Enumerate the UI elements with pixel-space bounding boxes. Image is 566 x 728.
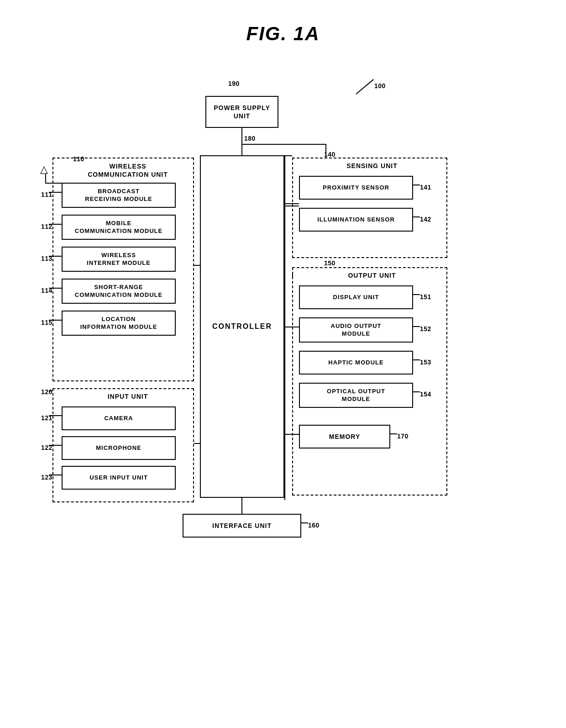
sensing-unit-label: SENSING UNIT: [301, 162, 443, 169]
interface-box: INTERFACE UNIT: [183, 514, 301, 538]
antenna-icon: △: [40, 164, 48, 175]
audio-output-box: AUDIO OUTPUTMODULE: [299, 317, 413, 343]
proximity-box: PROXIMITY SENSOR: [299, 176, 413, 200]
label-110: 110: [73, 155, 84, 163]
illumination-box: ILLUMINATION SENSOR: [299, 208, 413, 232]
label-190: 190: [228, 80, 240, 87]
label-153: 153: [420, 359, 431, 366]
label-141: 141: [420, 184, 431, 191]
label-120: 120: [41, 388, 52, 396]
label-154: 154: [420, 390, 431, 398]
power-supply-box: POWER SUPPLYUNIT: [205, 96, 278, 128]
label-170: 170: [397, 433, 409, 440]
page-title: FIG. 1A: [0, 0, 566, 45]
mobile-comm-box: MOBILECOMMUNICATION MODULE: [62, 215, 176, 240]
output-unit-label: OUTPUT UNIT: [301, 272, 443, 279]
microphone-box: MICROPHONE: [62, 436, 176, 460]
line-ctrl-to-interface: [241, 498, 242, 514]
optical-output-box: OPTICAL OUTPUTMODULE: [299, 383, 413, 408]
camera-box: CAMERA: [62, 406, 176, 430]
label-180: 180: [244, 135, 256, 142]
input-unit-label: INPUT UNIT: [68, 393, 187, 400]
line-input-to-ctrl: [194, 443, 200, 444]
controller-box: CONTROLLER: [200, 155, 284, 498]
vline-output-connect: [292, 272, 293, 279]
label-100: 100: [374, 82, 386, 90]
diagram: POWER SUPPLYUNIT 190 100 180 CONTROLLER …: [27, 69, 539, 717]
broadcast-box: BROADCASTRECEIVING MODULE: [62, 183, 176, 208]
display-box: DISPLAY UNIT: [299, 285, 413, 309]
memory-box: MEMORY: [299, 425, 390, 448]
label-150: 150: [324, 259, 335, 267]
haptic-box: HAPTIC MODULE: [299, 351, 413, 375]
label-160: 160: [308, 522, 320, 529]
wireless-internet-box: WIRELESSINTERNET MODULE: [62, 247, 176, 272]
user-input-box: USER INPUT UNIT: [62, 466, 176, 490]
label-152: 152: [420, 325, 431, 332]
short-range-box: SHORT-RANGECOMMUNICATION MODULE: [62, 279, 176, 304]
label-142: 142: [420, 216, 431, 223]
location-box: LOCATIONINFORMATION MODULE: [62, 311, 176, 336]
wireless-comm-label: WIRELESSCOMMUNICATION UNIT: [68, 162, 187, 179]
label-151: 151: [420, 293, 431, 301]
